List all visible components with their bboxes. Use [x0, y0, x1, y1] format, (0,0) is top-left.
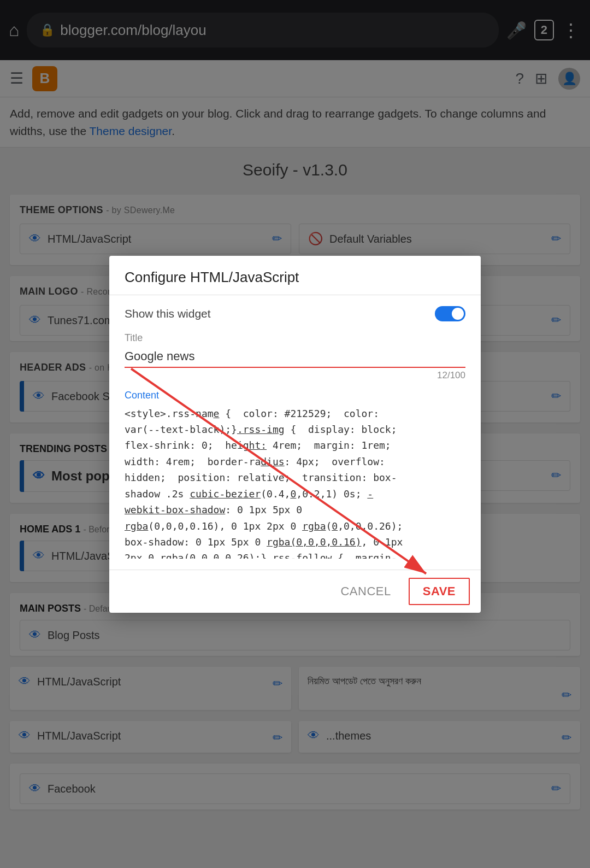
- configure-dialog: Configure HTML/JavaScript Show this widg…: [109, 256, 481, 613]
- widget-toggle-label: Show this widget: [125, 307, 211, 320]
- toggle-switch[interactable]: [435, 306, 465, 321]
- dialog-footer: CANCEL SAVE: [109, 570, 481, 613]
- char-count: 12/100: [125, 370, 465, 381]
- content-area[interactable]: <style>.rss-name { color: #212529; color…: [125, 406, 465, 559]
- dialog-header: Configure HTML/JavaScript: [109, 256, 481, 295]
- title-input[interactable]: [125, 346, 465, 368]
- toggle-knob: [452, 308, 464, 320]
- widget-toggle-row: Show this widget: [125, 306, 465, 321]
- content-area-container: <style>.rss-name { color: #212529; color…: [125, 406, 465, 559]
- cancel-button[interactable]: CANCEL: [331, 578, 400, 605]
- dialog-body: Show this widget Title 12/100 Content <s…: [109, 295, 481, 570]
- content-label: Content: [125, 390, 465, 401]
- dialog-title: Configure HTML/JavaScript: [125, 269, 465, 286]
- modal-overlay[interactable]: Configure HTML/JavaScript Show this widg…: [0, 0, 590, 868]
- title-field-label: Title: [125, 332, 465, 344]
- save-button[interactable]: SAVE: [409, 578, 470, 605]
